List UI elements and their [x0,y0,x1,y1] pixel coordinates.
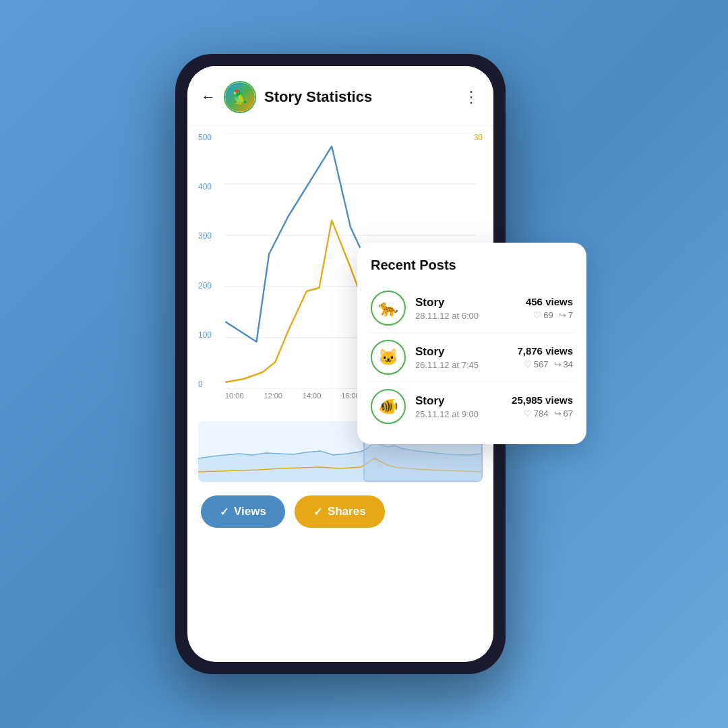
post-avatar-2: 🐱 [371,340,406,375]
post-views-3: 25,985 views [512,394,573,406]
post-stats-3: 25,985 views ♡ 784 ↪ 67 [512,394,573,419]
post-date-3: 25.11.12 at 9:00 [415,409,502,419]
heart-icon-2: ♡ [524,359,532,369]
shares-count-3: 67 [564,408,573,419]
y-axis-labels: 500 400 300 200 100 0 [198,133,212,389]
post-avatar-3: 🐠 [371,389,406,424]
views-button[interactable]: ✓ Views [201,495,285,528]
y-label-400: 400 [198,182,212,191]
post-date-1: 28.11.12 at 6:00 [415,311,516,321]
post-stats-2: 7,876 views ♡ 567 ↪ 34 [517,345,573,369]
x-label-1: 10:00 [225,392,244,400]
x-label-2: 12:00 [264,392,282,400]
y-label-100: 100 [198,330,212,340]
share-icon-1: ↪ [559,310,566,320]
recent-posts-title: Recent Posts [371,257,573,273]
shares-count-2: 34 [564,359,573,369]
shares-button[interactable]: ✓ Shares [295,495,385,528]
likes-item-2: ♡ 567 [524,359,549,369]
post-title-3: Story [415,394,502,408]
likes-item-3: ♡ 784 [524,408,549,419]
post-views-2: 7,876 views [517,345,573,357]
recent-posts-card: Recent Posts 🐆 Story 28.11.12 at 6:00 45… [357,243,586,444]
shares-label: Shares [328,505,366,518]
share-icon-3: ↪ [554,408,562,419]
likes-count-2: 567 [534,359,549,369]
post-title-1: Story [415,296,516,309]
back-button[interactable]: ← [201,88,216,106]
avatar-image: 🦜 [225,82,255,112]
filter-buttons: ✓ Views ✓ Shares [187,487,493,539]
post-info-1: Story 28.11.12 at 6:00 [415,296,516,321]
profile-avatar: 🦜 [224,81,256,113]
shares-count-1: 7 [568,310,573,320]
post-date-2: 26.11.12 at 7:45 [415,360,508,370]
post-engagement-2: ♡ 567 ↪ 34 [517,359,573,369]
post-title-2: Story [415,345,508,359]
post-item-1[interactable]: 🐆 Story 28.11.12 at 6:00 456 views ♡ 69 … [371,284,573,333]
likes-count-1: 69 [543,310,553,320]
shares-item-2: ↪ 34 [554,359,573,369]
post-item-2[interactable]: 🐱 Story 26.11.12 at 7:45 7,876 views ♡ 5… [371,333,573,382]
heart-icon-3: ♡ [524,408,532,419]
phone-wrapper: ← 🦜 Story Statistics ⋮ 500 400 300 200 1… [175,54,553,674]
app-header: ← 🦜 Story Statistics ⋮ [187,66,493,126]
views-check-icon: ✓ [220,506,229,518]
more-options-button[interactable]: ⋮ [463,88,480,107]
likes-item-1: ♡ 69 [533,310,553,320]
post-engagement-3: ♡ 784 ↪ 67 [512,408,573,419]
post-stats-1: 456 views ♡ 69 ↪ 7 [526,296,573,320]
share-icon-2: ↪ [554,359,562,369]
x-label-3: 14:00 [303,392,322,400]
post-views-1: 456 views [526,296,573,307]
shares-check-icon: ✓ [313,506,322,518]
post-avatar-1: 🐆 [371,291,406,326]
post-info-2: Story 26.11.12 at 7:45 [415,345,508,370]
views-label: Views [234,505,266,518]
post-info-3: Story 25.11.12 at 9:00 [415,394,502,419]
shares-item-3: ↪ 67 [554,408,573,419]
post-engagement-1: ♡ 69 ↪ 7 [526,310,573,320]
page-title: Story Statistics [264,88,455,106]
y-label-500: 500 [198,133,212,142]
y-label-0: 0 [198,380,212,389]
post-item-3[interactable]: 🐠 Story 25.11.12 at 9:00 25,985 views ♡ … [371,382,573,431]
heart-icon-1: ♡ [533,310,541,320]
y-label-200: 200 [198,281,212,291]
shares-item-1: ↪ 7 [559,310,573,320]
likes-count-3: 784 [534,408,549,419]
y-label-300: 300 [198,231,212,241]
